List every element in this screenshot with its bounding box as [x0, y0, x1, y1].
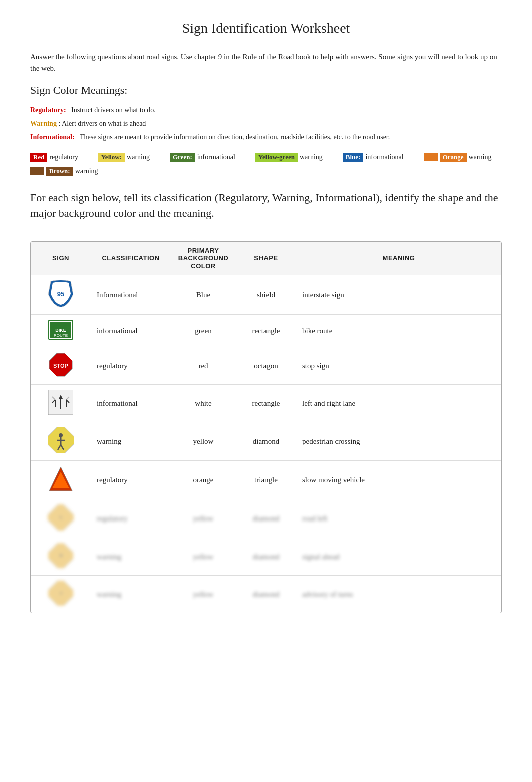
classification-cell: informational: [91, 385, 171, 422]
header-classification: CLASSIFICATION: [91, 242, 171, 275]
sign-cell: ↺: [31, 576, 91, 613]
intro-text: Answer the following questions about roa…: [30, 51, 502, 74]
table-header-row: SIGN CLASSIFICATION PRIMARYBACKGROUNDCOL…: [31, 242, 501, 275]
chip-red: Red regulatory: [30, 153, 78, 162]
table-row: STOP regulatory red octagon stop sign: [31, 347, 501, 385]
svg-text:95: 95: [57, 290, 64, 298]
classification-cell: Informational: [91, 275, 171, 315]
classification-cell: regulatory: [91, 347, 171, 385]
classification-cell: warning: [91, 576, 171, 613]
sign-cell: ↰: [31, 499, 91, 538]
warning-desc: : Alert drivers on what is ahead: [58, 120, 146, 127]
shape-cell: diamond: [236, 576, 296, 613]
meaning-cell: signal ahead: [296, 538, 501, 576]
chip-green: Green: informational: [170, 153, 235, 162]
meaning-cell: advisory of turns: [296, 576, 501, 613]
informational-label: Informational:: [30, 133, 75, 141]
informational-desc: These signs are meant to provide informa…: [80, 133, 390, 141]
shape-cell: rectangle: [236, 315, 296, 347]
header-bg-color: PRIMARYBACKGROUNDCOLOR: [171, 242, 236, 275]
shape-cell: triangle: [236, 461, 296, 499]
classification-cell: informational: [91, 315, 171, 347]
bg-color-cell: white: [171, 385, 236, 422]
meaning-cell: stop sign: [296, 347, 501, 385]
page-title: Sign Identification Worksheet: [30, 20, 502, 36]
chip-yellowgreen: Yellow-green warning: [255, 153, 323, 162]
sign-cell: BIKE ROUTE: [31, 315, 91, 347]
classification-cell: regulatory: [91, 461, 171, 499]
chip-orange: Orange warning: [424, 153, 492, 162]
meaning-cell: pedestrian crossing: [296, 422, 501, 461]
table-row: regulatory orange triangle slow moving v…: [31, 461, 501, 499]
bg-color-cell: yellow: [171, 422, 236, 461]
header-meaning: MEANING: [296, 242, 501, 275]
table-row: BIKE ROUTE informational green rectangle…: [31, 315, 501, 347]
warning-label: Warning: [30, 120, 57, 127]
table-row: 95 Informational Blue shield interstate …: [31, 275, 501, 315]
shape-cell: diamond: [236, 422, 296, 461]
table-row: warning yellow diamond pedestrian crossi…: [31, 422, 501, 461]
header-shape: SHAPE: [236, 242, 296, 275]
svg-text:STOP: STOP: [53, 363, 68, 369]
shape-cell: octagon: [236, 347, 296, 385]
bg-color-cell: Blue: [171, 275, 236, 315]
classification-cell: warning: [91, 422, 171, 461]
table-row: ↰ regulatory yellow diamond road left: [31, 499, 501, 538]
bg-color-cell: green: [171, 315, 236, 347]
meaning-cell: bike route: [296, 315, 501, 347]
svg-text:ROUTE: ROUTE: [54, 333, 68, 338]
bg-color-cell: yellow: [171, 499, 236, 538]
signs-table-wrapper: SIGN CLASSIFICATION PRIMARYBACKGROUNDCOL…: [30, 241, 502, 613]
svg-text:↺: ↺: [59, 591, 63, 596]
meaning-cell: left and right lane: [296, 385, 501, 422]
meaning-cell: road left: [296, 499, 501, 538]
bg-color-cell: yellow: [171, 576, 236, 613]
table-row: informational white rectangle left and r…: [31, 385, 501, 422]
meaning-cell: interstate sign: [296, 275, 501, 315]
sign-cell: ⚑: [31, 538, 91, 576]
instruction-text: For each sign below, tell its classifica…: [30, 190, 502, 222]
sign-cell: [31, 385, 91, 422]
chip-yellow: Yellow: warning: [98, 153, 150, 162]
shape-cell: shield: [236, 275, 296, 315]
sign-cell: [31, 422, 91, 461]
svg-text:↰: ↰: [59, 515, 63, 520]
sign-cell: 95: [31, 275, 91, 315]
chip-blue: Blue: informational: [343, 153, 404, 162]
color-chips: Red regulatory Yellow: warning Green: in…: [30, 153, 502, 176]
shape-cell: diamond: [236, 499, 296, 538]
table-row: ↺ warning yellow diamond advisory of tur…: [31, 576, 501, 613]
color-meanings-block: Regulatory: Instruct drivers on what to …: [30, 104, 502, 144]
regulatory-desc: Instruct drivers on what to do.: [71, 106, 156, 114]
shape-cell: rectangle: [236, 385, 296, 422]
regulatory-label: Regulatory:: [30, 106, 66, 114]
meaning-cell: slow moving vehicle: [296, 461, 501, 499]
classification-cell: regulatory: [91, 499, 171, 538]
svg-text:BIKE: BIKE: [55, 328, 66, 333]
bg-color-cell: yellow: [171, 538, 236, 576]
sign-cell: [31, 461, 91, 499]
color-meanings-title: Sign Color Meanings:: [30, 84, 502, 97]
shape-cell: diamond: [236, 538, 296, 576]
chip-brown: Brown: warning: [30, 167, 98, 176]
signs-table: SIGN CLASSIFICATION PRIMARYBACKGROUNDCOL…: [31, 242, 501, 613]
svg-point-17: [59, 433, 63, 437]
header-sign: SIGN: [31, 242, 91, 275]
bg-color-cell: red: [171, 347, 236, 385]
classification-cell: warning: [91, 538, 171, 576]
table-row: ⚑ warning yellow diamond signal ahead: [31, 538, 501, 576]
svg-text:⚑: ⚑: [59, 554, 63, 558]
sign-cell: STOP: [31, 347, 91, 385]
bg-color-cell: orange: [171, 461, 236, 499]
